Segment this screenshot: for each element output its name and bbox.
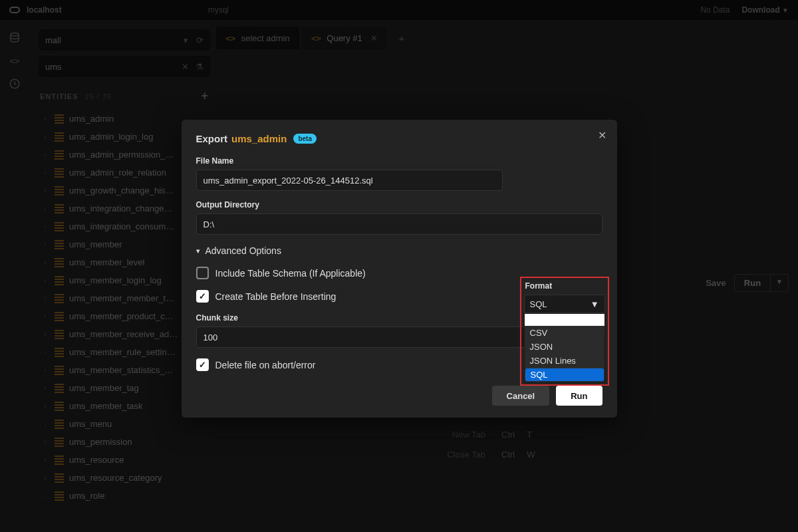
include-schema-checkbox[interactable]	[196, 267, 209, 279]
delete-on-error-label: Delete file on abort/error	[215, 360, 316, 370]
beta-badge: beta	[293, 134, 317, 144]
chevron-down-icon: ▼	[591, 299, 599, 309]
format-label: Format	[521, 278, 608, 295]
format-select[interactable]: SQL ▼	[524, 295, 605, 313]
format-option-blank[interactable]	[525, 314, 604, 326]
file-name-input[interactable]: ums_admin_export_2022-05-26_144512.sql	[196, 170, 503, 191]
file-name-label: File Name	[196, 156, 503, 166]
format-dropdown: CSV JSON JSON Lines SQL	[524, 313, 605, 382]
delete-on-error-checkbox[interactable]: ✓	[196, 358, 209, 371]
format-option-sql[interactable]: SQL	[525, 368, 604, 382]
chevron-down-icon: ▾	[196, 247, 200, 255]
cancel-button[interactable]: Cancel	[492, 386, 550, 406]
include-schema-label: Include Table Schema (If Applicable)	[215, 268, 366, 279]
format-option-json[interactable]: JSON	[525, 340, 604, 354]
format-highlight: Format SQL ▼ CSV JSON JSON Lines SQL	[520, 277, 609, 386]
dialog-title: Export ums_admin beta	[196, 133, 602, 144]
format-option-csv[interactable]: CSV	[525, 326, 604, 340]
advanced-options-toggle[interactable]: ▾ Advanced Options	[196, 245, 602, 256]
dialog-close-icon[interactable]: ✕	[598, 129, 606, 142]
format-option-jsonlines[interactable]: JSON Lines	[525, 354, 604, 368]
create-table-label: Create Table Before Inserting	[215, 291, 336, 302]
create-table-checkbox[interactable]: ✓	[196, 290, 209, 303]
output-dir-input[interactable]: D:\	[196, 213, 602, 235]
output-dir-label: Output Directory	[196, 200, 602, 209]
export-run-button[interactable]: Run	[556, 386, 602, 406]
export-dialog: ✕ Export ums_admin beta File Name ums_ad…	[182, 120, 617, 418]
